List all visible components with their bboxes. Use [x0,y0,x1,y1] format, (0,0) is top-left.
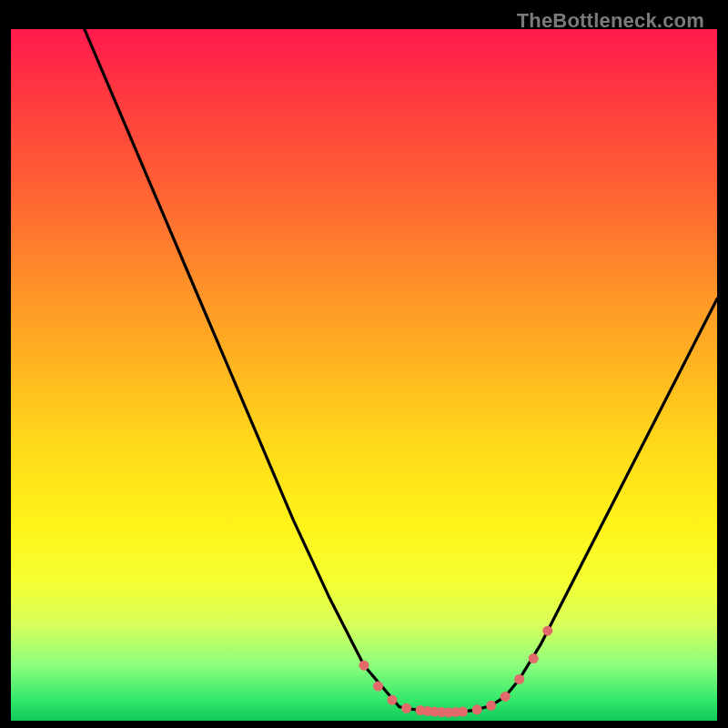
marker-point [458,707,468,717]
marker-point [373,682,383,692]
chart-frame: TheBottleneck.com [11,7,717,721]
marker-point [529,653,539,663]
marker-point [359,661,369,671]
marker-point [472,704,482,714]
bottleneck-curve [11,29,717,713]
marker-point [388,695,398,705]
marker-point [514,674,524,684]
marker-point [500,692,511,702]
curve-svg [11,29,717,721]
marker-point [401,703,411,713]
marker-point [486,701,496,711]
plot-area [11,29,717,721]
marker-point [542,626,552,636]
